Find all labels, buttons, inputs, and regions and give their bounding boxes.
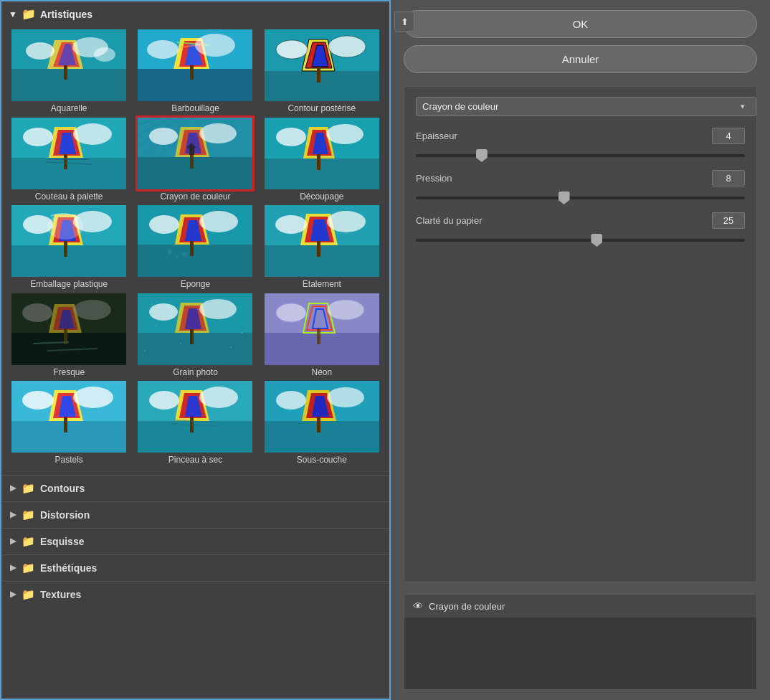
- svg-point-66: [23, 215, 53, 234]
- svg-rect-47: [190, 153, 194, 169]
- textures-arrow: ▶: [10, 590, 16, 599]
- thumb-neon: [265, 293, 379, 365]
- param-row-pression: Pression: [416, 170, 745, 186]
- svg-point-93: [22, 303, 52, 322]
- thumb-etalement: [265, 205, 379, 277]
- param-row-clarte-papier: Clarté du papier: [416, 212, 745, 229]
- pression-track[interactable]: [416, 197, 745, 199]
- slider-epaisseur: [416, 154, 745, 157]
- filter-label-pastels: Pastels: [54, 455, 82, 466]
- esthetiques-label: Esthétiques: [40, 562, 97, 574]
- filter-item-sous-couche[interactable]: Sous-couche: [260, 381, 384, 466]
- filter-item-contour-posterise[interactable]: Contour postérisé: [260, 29, 384, 115]
- filter-item-neon[interactable]: Néon: [260, 293, 384, 379]
- filter-item-crayon-couleur[interactable]: Crayon de couleur: [133, 118, 257, 203]
- filter-item-fresque[interactable]: Fresque: [7, 293, 130, 379]
- thumb-contour-posterise: [265, 29, 379, 101]
- svg-point-103: [149, 303, 178, 321]
- svg-rect-20: [265, 71, 379, 101]
- textures-folder-icon: 📁: [22, 588, 35, 601]
- filter-select-row: Crayon de couleur Aquarelle Barbouillage…: [416, 97, 745, 116]
- svg-point-123: [276, 303, 306, 322]
- filter-label-couteau-palette: Couteau à palette: [35, 191, 103, 203]
- clarte-papier-label: Clarté du papier: [416, 215, 516, 226]
- pression-value[interactable]: [712, 170, 745, 186]
- svg-point-6: [26, 42, 54, 60]
- filter-item-couteau-palette[interactable]: Couteau à palette: [7, 118, 130, 203]
- svg-rect-84: [317, 241, 320, 257]
- esthetiques-folder-icon: 📁: [22, 562, 35, 574]
- svg-point-26: [328, 36, 366, 57]
- filter-label-pinceau-sec: Pinceau à sec: [168, 455, 222, 466]
- svg-point-111: [219, 320, 221, 321]
- thumb-pastels: [11, 381, 126, 453]
- cancel-button[interactable]: Annuler: [404, 45, 757, 73]
- svg-point-78: [199, 211, 238, 232]
- ok-button[interactable]: OK: [404, 10, 757, 38]
- epaisseur-value[interactable]: [712, 128, 745, 144]
- svg-rect-16: [190, 65, 194, 80]
- filter-label-crayon-couleur: Crayon de couleur: [160, 191, 230, 203]
- contours-folder-icon: 📁: [22, 482, 35, 495]
- svg-point-105: [151, 303, 153, 305]
- filter-item-decoupage[interactable]: Découpage: [260, 118, 384, 203]
- svg-point-139: [149, 391, 179, 410]
- category-item-esthetiques[interactable]: ▶ 📁 Esthétiques: [1, 554, 389, 581]
- clarte-papier-thumb[interactable]: [591, 234, 602, 247]
- category-item-textures[interactable]: ▶ 📁 Textures: [1, 581, 389, 607]
- left-panel: ▼ 📁 Artistiques Aquarelle: [0, 0, 391, 700]
- contours-arrow: ▶: [10, 483, 16, 493]
- bottom-bar-preview: [404, 618, 756, 689]
- svg-rect-144: [265, 421, 379, 453]
- distorsion-arrow: ▶: [10, 510, 16, 519]
- svg-rect-28: [11, 158, 126, 189]
- pression-thumb[interactable]: [559, 191, 570, 204]
- svg-rect-148: [317, 417, 320, 432]
- filter-item-aquarelle[interactable]: Aquarelle: [7, 29, 130, 115]
- svg-rect-118: [265, 333, 379, 365]
- epaisseur-thumb[interactable]: [476, 149, 488, 162]
- collapse-button[interactable]: ⬆: [394, 11, 414, 32]
- svg-point-86: [327, 211, 366, 232]
- svg-point-132: [73, 387, 113, 408]
- filter-item-pastels[interactable]: Pastels: [7, 381, 130, 466]
- svg-point-25: [276, 40, 308, 59]
- svg-point-74: [168, 250, 172, 254]
- category-item-esquisse[interactable]: ▶ 📁 Esquisse: [1, 528, 389, 554]
- eye-icon[interactable]: 👁: [413, 600, 423, 612]
- filter-item-emballage-plastique[interactable]: Emballage plastique: [7, 205, 130, 290]
- svg-point-115: [230, 346, 232, 348]
- artistiques-label: Artistiques: [40, 9, 92, 20]
- thumb-emballage-plastique: [11, 205, 126, 277]
- contours-label: Contours: [40, 483, 85, 494]
- svg-point-110: [155, 325, 156, 326]
- bottom-bar: 👁 Crayon de couleur: [404, 594, 757, 690]
- filter-item-pinceau-sec[interactable]: Pinceau à sec: [133, 381, 257, 466]
- clarte-papier-track[interactable]: [416, 239, 745, 242]
- esquisse-label: Esquisse: [40, 536, 84, 547]
- svg-rect-60: [11, 245, 126, 277]
- esquisse-folder-icon: 📁: [22, 535, 35, 548]
- svg-rect-10: [138, 69, 252, 101]
- svg-rect-24: [317, 67, 320, 82]
- svg-point-58: [326, 124, 363, 144]
- artistiques-header[interactable]: ▼ 📁 Artistiques: [1, 1, 389, 27]
- collapse-icon: ⬆: [401, 16, 409, 27]
- filter-item-grain-photo[interactable]: Grain photo: [133, 293, 257, 379]
- epaisseur-track[interactable]: [416, 154, 745, 157]
- svg-rect-126: [11, 421, 126, 453]
- textures-label: Textures: [40, 589, 81, 600]
- svg-rect-32: [64, 154, 67, 169]
- thumb-aquarelle: [11, 29, 126, 101]
- clarte-papier-value[interactable]: [712, 212, 745, 229]
- filter-item-etalement[interactable]: Etalement: [260, 205, 384, 290]
- svg-point-57: [276, 128, 306, 146]
- pression-label: Pression: [416, 173, 516, 184]
- filter-select-dropdown[interactable]: Crayon de couleur Aquarelle Barbouillage…: [416, 97, 756, 116]
- category-item-contours[interactable]: ▶ 📁 Contours: [1, 475, 389, 501]
- filter-item-eponge[interactable]: Eponge: [133, 205, 257, 290]
- category-item-distorsion[interactable]: ▶ 📁 Distorsion: [1, 501, 389, 528]
- svg-point-106: [162, 298, 163, 300]
- filter-item-barbouillage[interactable]: Barbouillage: [133, 29, 257, 115]
- svg-point-77: [149, 215, 179, 234]
